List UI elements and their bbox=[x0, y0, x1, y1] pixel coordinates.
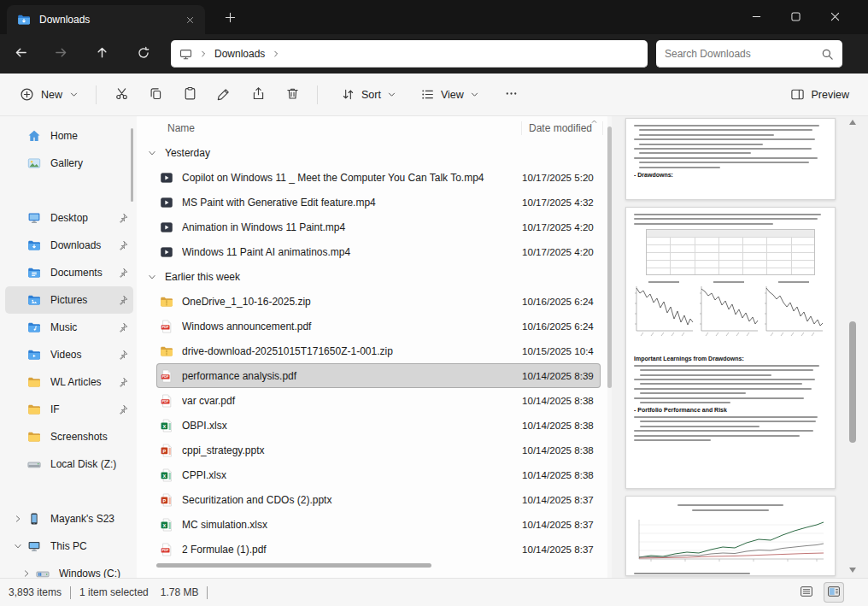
svg-text:PDF: PDF bbox=[162, 549, 169, 552]
search-input[interactable] bbox=[665, 48, 821, 60]
file-date-modified: 10/14/2025 8:38 bbox=[522, 469, 595, 480]
search-box[interactable] bbox=[656, 40, 842, 68]
forward-button[interactable] bbox=[45, 40, 76, 68]
new-tab-button[interactable] bbox=[219, 9, 241, 29]
sidebar-item-home[interactable]: Home bbox=[5, 122, 133, 150]
rename-button[interactable] bbox=[207, 80, 241, 109]
svg-text:X: X bbox=[163, 522, 167, 527]
scissors-icon bbox=[114, 86, 129, 103]
file-row-drive-download-20251015t171650z-1-001-zip[interactable]: drive-download-20251015T171650Z-1-001.zi… bbox=[156, 338, 601, 363]
back-button[interactable] bbox=[5, 40, 36, 68]
address-bar[interactable]: Downloads bbox=[171, 40, 648, 68]
file-xlsx-icon: X bbox=[160, 419, 175, 432]
file-date-modified: 10/17/2025 4:20 bbox=[522, 221, 595, 232]
file-row-copilot-on-windows-11-meet-the-computer-you-can-talk-to-mp4[interactable]: Copilot on Windows 11 _ Meet the Compute… bbox=[156, 165, 601, 190]
close-tab-icon[interactable] bbox=[181, 11, 198, 28]
preview-toggle-button[interactable]: Preview bbox=[782, 81, 858, 108]
share-button[interactable] bbox=[241, 80, 275, 109]
file-row-cppi-strategy-pptx[interactable]: Pcppi_strategy.pptx10/14/2025 8:38 bbox=[156, 438, 601, 462]
file-row-cppi-xlsx[interactable]: XCPPI.xlsx10/14/2025 8:38 bbox=[156, 462, 601, 487]
file-row-var-cvar-pdf[interactable]: PDFvar cvar.pdf10/14/2025 8:38 bbox=[156, 388, 601, 413]
file-row-onedrive-1-10-16-2025-zip[interactable]: OneDrive_1_10-16-2025.zip10/16/2025 6:24 bbox=[156, 289, 601, 314]
copy-icon bbox=[149, 86, 163, 103]
file-row-windows-announcement-pdf[interactable]: PDFWindows announcement.pdf10/16/2025 6:… bbox=[156, 314, 601, 338]
maximize-button[interactable] bbox=[776, 0, 815, 34]
scroll-up-arrow-icon[interactable] bbox=[849, 120, 856, 125]
preview-scrollbar[interactable] bbox=[848, 118, 857, 574]
details-view-button[interactable] bbox=[796, 582, 817, 603]
sidebar-item-if[interactable]: IF bbox=[5, 396, 133, 423]
sidebar-item-this-pc[interactable]: This PC bbox=[5, 532, 133, 560]
sidebar-gap bbox=[0, 478, 138, 505]
sidebar-item-label: IF bbox=[50, 403, 117, 415]
paste-button[interactable] bbox=[173, 80, 207, 109]
file-row-performance-analysis-pdf[interactable]: PDFperformance analysis.pdf10/14/2025 8:… bbox=[156, 363, 601, 388]
copy-button[interactable] bbox=[138, 80, 173, 109]
sidebar-item-wl-articles[interactable]: WL Articles bbox=[5, 368, 133, 396]
chevron-down-icon[interactable] bbox=[148, 273, 163, 281]
close-button[interactable] bbox=[815, 0, 854, 34]
refresh-button[interactable] bbox=[128, 40, 159, 68]
chevron-right-icon[interactable] bbox=[9, 515, 27, 523]
file-row-securitization-and-cdos-2-pptx[interactable]: PSecuritization and CDOs (2).pptx10/14/2… bbox=[156, 487, 601, 512]
group-header-earlier-this-week[interactable]: Earlier this week bbox=[148, 264, 601, 289]
sidebar-item-local-disk-z[interactable]: Local Disk (Z:) bbox=[5, 450, 133, 478]
svg-text:PDF: PDF bbox=[162, 375, 169, 379]
sort-button[interactable]: Sort bbox=[332, 81, 405, 108]
file-date-modified: 10/17/2025 4:20 bbox=[522, 246, 595, 257]
new-button[interactable]: New bbox=[10, 81, 88, 108]
file-row-mc-simulation-xlsx[interactable]: XMC simulation.xlsx10/14/2025 8:37 bbox=[156, 512, 601, 537]
back-arrow-icon bbox=[14, 45, 28, 62]
delete-button[interactable] bbox=[275, 80, 309, 109]
folder-documents-icon bbox=[27, 266, 43, 279]
minimize-button[interactable] bbox=[736, 0, 776, 34]
sidebar-item-documents[interactable]: Documents bbox=[5, 259, 133, 286]
thumbnail-view-button[interactable] bbox=[824, 582, 844, 603]
chevron-right-icon[interactable] bbox=[17, 569, 36, 578]
preview-scrollbar-thumb[interactable] bbox=[849, 321, 856, 443]
sidebar-item-desktop[interactable]: Desktop bbox=[5, 204, 133, 232]
drawdown-charts bbox=[634, 279, 827, 350]
column-divider[interactable] bbox=[602, 121, 603, 135]
sidebar-item-screenshots[interactable]: Screenshots bbox=[5, 423, 133, 450]
command-bar: New Sort View Preview bbox=[0, 74, 868, 116]
tab-downloads[interactable]: Downloads bbox=[7, 5, 205, 34]
file-row-2-formulae-1-pdf[interactable]: PDF2 Formulae (1).pdf10/14/2025 8:37 bbox=[156, 537, 601, 562]
sidebar-item-pictures[interactable]: Pictures bbox=[5, 286, 133, 314]
chevron-down-icon[interactable] bbox=[148, 149, 163, 157]
sidebar-item-videos[interactable]: Videos bbox=[5, 341, 133, 368]
column-divider[interactable] bbox=[521, 121, 522, 135]
ellipsis-icon bbox=[504, 86, 519, 103]
sidebar-item-downloads[interactable]: Downloads bbox=[5, 232, 133, 259]
sidebar-item-music[interactable]: Music bbox=[5, 314, 133, 341]
preview-heading-learnings: Important Learnings from Drawdowns: bbox=[634, 356, 827, 362]
view-button[interactable]: View bbox=[412, 81, 488, 108]
sidebar-scrollbar-thumb[interactable] bbox=[131, 128, 133, 202]
svg-text:X: X bbox=[163, 423, 167, 428]
group-header-yesterday[interactable]: Yesterday bbox=[148, 140, 601, 165]
file-date-modified: 10/14/2025 8:37 bbox=[522, 494, 595, 505]
file-name: CPPI.xlsx bbox=[182, 469, 517, 481]
chevron-down-icon[interactable] bbox=[9, 542, 27, 550]
column-header-name[interactable]: Name bbox=[167, 122, 529, 134]
up-arrow-icon bbox=[95, 45, 109, 62]
horizontal-scrollbar[interactable] bbox=[156, 563, 601, 570]
file-row-obpi-xlsx[interactable]: XOBPI.xlsx10/14/2025 8:38 bbox=[156, 413, 601, 438]
up-button[interactable] bbox=[86, 40, 117, 68]
file-row-animation-in-windows-11-paint-mp4[interactable]: Animation in Windows 11 Paint.mp410/17/2… bbox=[156, 215, 601, 239]
sidebar-item-mayank-s-s23[interactable]: Mayank's S23 bbox=[5, 505, 133, 532]
file-date-modified: 10/16/2025 6:24 bbox=[522, 321, 595, 332]
file-row-ms-paint-with-generative-edit-feature-mp4[interactable]: MS Paint with Generative Edit feature.mp… bbox=[156, 190, 601, 215]
more-options-button[interactable] bbox=[495, 80, 529, 109]
cut-button[interactable] bbox=[104, 80, 138, 109]
scroll-down-arrow-icon[interactable] bbox=[849, 568, 856, 573]
sidebar-item-windows-c[interactable]: Windows (C:) bbox=[14, 560, 133, 578]
horizontal-scrollbar-thumb[interactable] bbox=[156, 563, 431, 568]
pin-icon bbox=[117, 240, 130, 251]
svg-text:PDF: PDF bbox=[162, 326, 169, 329]
file-name: performance analysis.pdf bbox=[182, 370, 517, 382]
sidebar-item-gallery[interactable]: Gallery bbox=[5, 150, 133, 177]
desktop-icon bbox=[27, 211, 43, 225]
file-row-windows-11-paint-ai-animatinos-mp4[interactable]: Windows 11 Paint AI animatinos.mp410/17/… bbox=[156, 239, 601, 264]
breadcrumb-downloads[interactable]: Downloads bbox=[214, 48, 265, 60]
